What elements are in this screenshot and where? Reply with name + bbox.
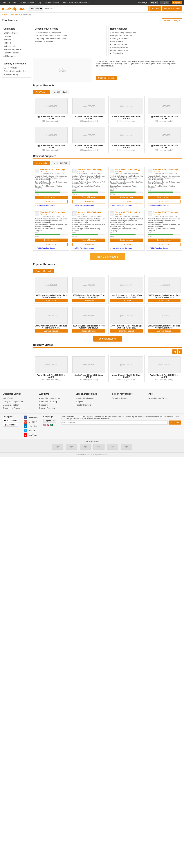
social-google[interactable]: G+ Google + [24,420,38,424]
supplier-name-7[interactable]: Shenzhen RTDC Technology Co., Ltd. [115,211,143,215]
supplier-name-4[interactable]: Shenzhen RTDC Technology Co., Ltd. [153,168,181,173]
compare-3[interactable]: Compare [125,205,132,206]
supplier-message-btn-1[interactable]: Send a Message [35,196,68,199]
add-favorites-8[interactable]: Add to Favorites [150,247,162,249]
add-favorites-5[interactable]: Add to Favorites [37,247,49,249]
sidebar-item-laptops[interactable]: Laptops [3,35,11,37]
app-store-button[interactable]: 🍎 App Store [3,423,18,427]
footer-about-marketplace[interactable]: About Marketplace.com [39,397,60,399]
supplier-message-btn-4[interactable]: Send a Message [148,196,181,199]
compare-8[interactable]: Compare [163,247,170,249]
tab-popular-request[interactable]: Popular Request [33,269,54,273]
add-favorites-2[interactable]: Add to Favorites [74,205,87,206]
ha-item-cleaning[interactable]: Cleaning Appliances [110,37,128,40]
ce-item-mobile[interactable]: Mobile Phones & Accessories [35,32,61,34]
ce-item-audio[interactable]: Portable Audio, Video & Accessories [35,34,67,37]
language-select[interactable]: Eng [150,1,158,4]
footer-popular-products[interactable]: Popular Products [39,407,55,409]
footer-how-to-buy[interactable]: How to Start Buying? [76,397,95,399]
tab-best-viewed[interactable]: Best Viewed [33,90,50,94]
ce-item-satellite[interactable]: Satellite TV Receivers [35,40,55,42]
request-submit-btn-5[interactable]: Submit a Request [35,330,68,333]
supplier-name-2[interactable]: Shenzhen RTDC Technology Co., Ltd. [78,168,105,173]
add-favorites-1[interactable]: Add to Favorites [37,205,49,206]
submit-request-center-button[interactable]: Submit a Request [93,336,122,342]
google-play-button[interactable]: ▶ Google Play [3,418,18,422]
request-chat-btn-2[interactable]: Chat Online [72,299,105,302]
ha-item-allcat[interactable]: All Categories [110,52,123,54]
sidebar-item-allcat[interactable]: All Categories [3,55,16,57]
supplier-chat-btn-4[interactable]: Chat Online [148,200,181,204]
compare-5[interactable]: Compare [50,247,57,249]
search-category-select[interactable]: Services [29,6,43,11]
supplier-chat-btn-8[interactable]: Chat Online [148,243,181,246]
compare-1[interactable]: Compare [50,205,57,206]
tab-most-required-suppliers[interactable]: Most Required [51,161,70,165]
add-favorites-7[interactable]: Add to Favorites [112,247,124,249]
supplier-name-5[interactable]: Shenzhen RTDC Technology Co., Ltd. [40,211,68,215]
request-submit-btn-8[interactable]: Submit a Request [148,330,181,333]
compare-4[interactable]: Compare [163,205,170,206]
supplier-message-btn-3[interactable]: Send a Message [110,196,143,199]
add-favorites-3[interactable]: Add to Favorites [112,205,124,206]
subscribe-button[interactable]: Subscribe [168,421,181,425]
tab-most-viewed[interactable]: Most Viewed [33,161,50,165]
service-catalogue-button[interactable]: Service Catalogue [162,18,182,22]
topbar-buy[interactable]: Buy on Marketplace.com [38,1,60,3]
sidebar-item-graphics[interactable]: Graphics Cards [3,32,18,34]
footer-transaction[interactable]: Transaction Service [3,407,21,409]
request-chat-btn-4[interactable]: Chat Online [148,299,181,302]
sidebar-item-monitors[interactable]: Monitors [3,38,11,40]
request-chat-btn-3[interactable]: Chat Online [110,299,143,302]
sidebar-item-police[interactable]: Police & Military Supplies [3,70,26,72]
topbar-help[interactable]: Help Center / For New Users [63,1,89,3]
sidebar-item-motherboards[interactable]: Motherboards [3,45,16,47]
ha-item-fridge[interactable]: Refrigerators & Freezers [110,34,132,37]
ha-item-ac[interactable]: Air Conditioning Accessories [110,32,136,34]
flag-en[interactable]: 🇺🇸 [43,424,46,426]
sidebar-item-mouse[interactable]: Mouse & Keyboards [3,48,22,51]
supplier-name-6[interactable]: Shenzhen RTDC Technology Co., Ltd. [78,211,105,215]
login-button[interactable]: Log In [160,1,169,4]
social-twitter[interactable]: t Twitter [24,429,38,432]
social-youtube[interactable]: ▶ YouTube [24,433,38,437]
request-chat-btn-1[interactable]: Chat Online [35,299,68,302]
recently-viewed-prev-button[interactable]: ◀ [173,349,177,354]
supplier-name-1[interactable]: Shenzhen RTDC Technology Co., Ltd. [40,168,68,173]
add-favorites-4[interactable]: Add to Favorites [150,205,162,206]
add-favorites-6[interactable]: Add to Favorites [74,247,87,249]
supplier-chat-btn-5[interactable]: Chat Online [35,243,68,246]
supplier-message-btn-5[interactable]: Send a Message [35,239,68,242]
topbar-about-us[interactable]: About Us [2,1,10,3]
request-submit-btn-6[interactable]: Submit a Request [72,330,105,333]
sidebar-item-network[interactable]: Network Cabinets [3,52,20,54]
supplier-chat-btn-7[interactable]: Chat Online [110,243,143,246]
ha-item-laundry[interactable]: Laundry Appliances [110,49,128,52]
recently-viewed-next-button[interactable]: ▶ [178,349,182,354]
sidebar-item-roadway[interactable]: Roadway Safety [3,73,18,75]
footer-language-select[interactable]: English Русский العربية [43,418,56,423]
register-button[interactable]: Register [172,1,182,4]
sidebar-item-cctv[interactable]: CCTV Products [3,67,18,69]
footer-stay-suppliers[interactable]: Suppliers [76,401,84,403]
supplier-message-btn-8[interactable]: Send a Message [148,239,181,242]
ha-item-kitchen[interactable]: Kitchen Appliances [110,43,127,45]
supplier-message-btn-7[interactable]: Send a Message [110,239,143,242]
ad-submit-request-button[interactable]: Submit a Request [96,76,117,80]
ha-item-water[interactable]: Water Heaters [110,40,123,42]
topbar-sell[interactable]: Sell on Marketplace.com [13,1,35,3]
footer-policy[interactable]: Policy and Regulations [3,401,23,403]
compare-2[interactable]: Compare [87,205,94,206]
search-button[interactable]: Search [150,6,161,11]
supplier-name-8[interactable]: Shenzhen RTDC Technology Co., Ltd. [153,211,181,215]
footer-help-center[interactable]: Help Center [3,397,13,399]
request-submit-btn-7[interactable]: Submit a Request [110,330,143,333]
gold-account-button[interactable]: Buy Gold Account [90,253,125,260]
supplier-chat-btn-3[interactable]: Chat Online [110,200,143,204]
supplier-chat-btn-2[interactable]: Chat Online [72,200,105,204]
footer-stay-popular[interactable]: Popular Products [76,404,91,406]
footer-suppliers[interactable]: Suppliers [39,404,48,406]
footer-advertise-store[interactable]: Advertise your Store [149,397,167,399]
supplier-chat-btn-6[interactable]: Chat Online [72,243,105,246]
sidebar-item-monitors2[interactable]: Monitors [3,42,11,44]
